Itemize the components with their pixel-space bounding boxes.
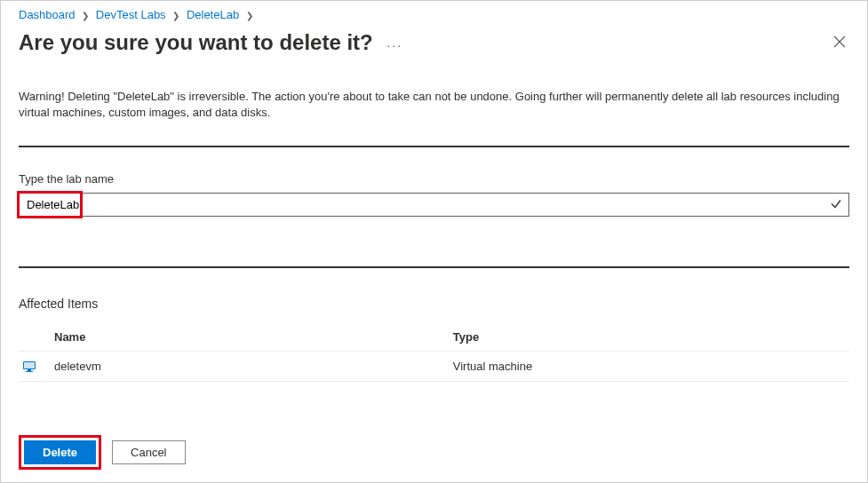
warning-text: Warning! Deleting "DeleteLab" is irrever… xyxy=(19,89,849,121)
column-header-type: Type xyxy=(446,323,849,352)
affected-items-title: Affected Items xyxy=(19,297,849,311)
cancel-button[interactable]: Cancel xyxy=(112,440,185,464)
check-icon xyxy=(830,197,842,212)
divider xyxy=(19,266,849,268)
svg-rect-3 xyxy=(24,362,35,368)
svg-rect-5 xyxy=(26,371,33,372)
table-row[interactable]: deletevm Virtual machine xyxy=(19,352,849,382)
item-type: Virtual machine xyxy=(446,352,849,382)
button-bar: Delete Cancel xyxy=(19,435,186,470)
item-name: deletevm xyxy=(47,352,446,382)
affected-items-table: Name Type deletevm Virtual xyxy=(19,323,849,382)
page-title: Are you sure you want to delete it? xyxy=(19,30,373,54)
highlight-annotation: Delete xyxy=(19,435,101,470)
chevron-right-icon: ❯ xyxy=(82,11,89,20)
column-header-name: Name xyxy=(47,323,446,352)
breadcrumb-link-dashboard[interactable]: Dashboard xyxy=(19,8,76,21)
chevron-right-icon: ❯ xyxy=(172,11,179,20)
delete-button[interactable]: Delete xyxy=(24,440,96,464)
divider xyxy=(19,146,849,147)
breadcrumb-link-deletelab[interactable]: DeleteLab xyxy=(187,8,239,21)
more-icon[interactable]: ··· xyxy=(386,38,402,52)
breadcrumb: Dashboard ❯ DevTest Labs ❯ DeleteLab ❯ xyxy=(1,1,867,25)
breadcrumb-link-devtestlabs[interactable]: DevTest Labs xyxy=(96,8,166,21)
chevron-right-icon: ❯ xyxy=(246,11,253,20)
lab-name-input[interactable] xyxy=(19,193,849,217)
svg-rect-4 xyxy=(28,369,31,371)
vm-icon xyxy=(22,360,36,374)
close-icon[interactable] xyxy=(830,31,849,54)
lab-name-label: Type the lab name xyxy=(19,172,849,186)
